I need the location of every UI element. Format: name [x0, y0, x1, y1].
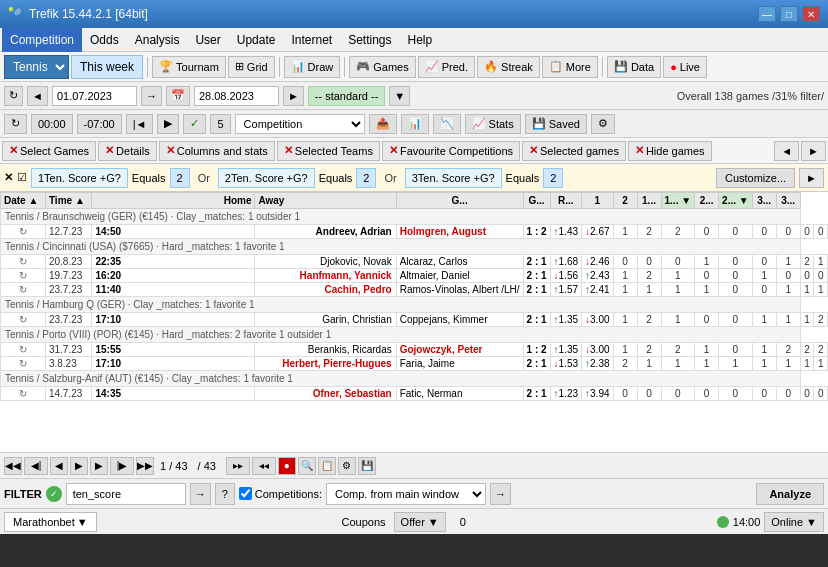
- fav-competitions-btn[interactable]: ✕ Favourite Competitions: [382, 141, 520, 161]
- pred-button[interactable]: 📈 Pred.: [418, 56, 475, 78]
- table-container[interactable]: Date ▲ Time ▲ Home Away G... G... R... 1…: [0, 192, 828, 452]
- equals-chip-3[interactable]: 2: [543, 168, 563, 188]
- export-btn[interactable]: 📤: [369, 114, 397, 134]
- table-row[interactable]: ↻23.7.2317:10Garin, ChristianCoppejans, …: [1, 313, 828, 327]
- num-btn[interactable]: 5: [210, 114, 230, 134]
- nav-play-btn[interactable]: ▶: [70, 457, 88, 475]
- time-input[interactable]: 00:00: [31, 114, 73, 134]
- filter-clear-icon[interactable]: ✕: [4, 171, 13, 184]
- saved-btn[interactable]: 💾 Saved: [525, 114, 587, 134]
- data-button[interactable]: 💾 Data: [607, 56, 661, 78]
- col-3a[interactable]: 3...: [752, 193, 776, 209]
- draw-button[interactable]: 📊 Draw: [284, 56, 341, 78]
- tournament-button[interactable]: 🏆 Tournam: [152, 56, 226, 78]
- extra-btn-5[interactable]: 📋: [318, 457, 336, 475]
- filter-scroll-right[interactable]: ►: [799, 168, 824, 188]
- play-btn[interactable]: ▶: [157, 114, 179, 134]
- live-button[interactable]: ● Live: [663, 56, 707, 78]
- extra-btn-4[interactable]: 🔍: [298, 457, 316, 475]
- equals-chip-2[interactable]: 2: [356, 168, 376, 188]
- chip-1[interactable]: 1Ten. Score +G?: [31, 168, 128, 188]
- stats-btn[interactable]: 📈 Stats: [465, 114, 521, 134]
- analyze-button[interactable]: Analyze: [756, 483, 824, 505]
- col-1b[interactable]: 1... ▼: [661, 193, 695, 209]
- nav-prev10-btn[interactable]: ◀|: [24, 457, 48, 475]
- streak-button[interactable]: 🔥 Streak: [477, 56, 540, 78]
- extra-btn-1[interactable]: ▸▸: [226, 457, 250, 475]
- next-date-button[interactable]: ►: [283, 86, 304, 106]
- table-row[interactable]: ↻20.8.2322:35Djokovic, NovakAlcaraz, Car…: [1, 255, 828, 269]
- close-button[interactable]: ✕: [802, 6, 820, 22]
- nav-first[interactable]: |◄: [126, 114, 154, 134]
- offset-input[interactable]: -07:00: [77, 114, 122, 134]
- settings-btn[interactable]: ⚙: [591, 114, 615, 134]
- col-3b[interactable]: 3...: [776, 193, 800, 209]
- menu-odds[interactable]: Odds: [82, 28, 127, 52]
- menu-internet[interactable]: Internet: [283, 28, 340, 52]
- extra-btn-6[interactable]: ⚙: [338, 457, 356, 475]
- menu-user[interactable]: User: [187, 28, 228, 52]
- col-1a[interactable]: 1...: [637, 193, 661, 209]
- filter-arrow-btn[interactable]: →: [190, 483, 211, 505]
- selected-games-btn[interactable]: ✕ Selected games: [522, 141, 626, 161]
- nav-prev-btn[interactable]: ◀: [50, 457, 68, 475]
- menu-settings[interactable]: Settings: [340, 28, 399, 52]
- filter-check-icon[interactable]: ☑: [17, 171, 27, 184]
- scroll-right-btn[interactable]: ►: [801, 141, 826, 161]
- nav-first-btn[interactable]: ◀◀: [4, 457, 22, 475]
- filter-arrow[interactable]: ▼: [389, 86, 410, 106]
- calendar-icon[interactable]: 📅: [166, 86, 190, 106]
- equals-chip-1[interactable]: 2: [170, 168, 190, 188]
- nav-next10-btn[interactable]: |▶: [110, 457, 134, 475]
- columns-stats-btn[interactable]: ✕ Columns and stats: [159, 141, 275, 161]
- filter-green-btn[interactable]: ✓: [46, 486, 62, 502]
- refresh-btn2[interactable]: ↻: [4, 114, 27, 134]
- table-row[interactable]: ↻3.8.2317:10Herbert, Pierre-HuguesFaria,…: [1, 357, 828, 371]
- col-g1[interactable]: G...: [396, 193, 523, 209]
- customize-button[interactable]: Customize...: [716, 168, 795, 188]
- online-button[interactable]: Online ▼: [764, 512, 824, 532]
- check-btn[interactable]: ✓: [183, 114, 206, 134]
- col-away[interactable]: Away: [255, 193, 396, 209]
- extra-btn-7[interactable]: 💾: [358, 457, 376, 475]
- nav-last-btn[interactable]: ▶▶: [136, 457, 154, 475]
- bookmaker-button[interactable]: Marathonbet ▼: [4, 512, 97, 532]
- select-games-btn[interactable]: ✕ Select Games: [2, 141, 96, 161]
- refresh-button[interactable]: ↻: [4, 86, 23, 106]
- nav-next-btn[interactable]: ▶: [90, 457, 108, 475]
- menu-competition[interactable]: Competition: [2, 28, 82, 52]
- details-btn[interactable]: ✕ Details: [98, 141, 157, 161]
- chip-3[interactable]: 3Ten. Score +G?: [405, 168, 502, 188]
- chart-btn[interactable]: 📊: [401, 114, 429, 134]
- minimize-button[interactable]: —: [758, 6, 776, 22]
- col-time[interactable]: Time ▲: [45, 193, 92, 209]
- comp-filter-arrow[interactable]: →: [490, 483, 511, 505]
- col-1[interactable]: 1: [582, 193, 613, 209]
- table-row[interactable]: ↻14.7.2314:35Ofner, SebastianFatic, Nerm…: [1, 387, 828, 401]
- hide-games-btn[interactable]: ✕ Hide games: [628, 141, 712, 161]
- more-button[interactable]: 📋 More: [542, 56, 598, 78]
- table-row[interactable]: ↻31.7.2315:55Berankis, RicardasGojowczyk…: [1, 343, 828, 357]
- selected-teams-btn[interactable]: ✕ Selected Teams: [277, 141, 380, 161]
- filter-question-btn[interactable]: ?: [215, 483, 235, 505]
- menu-help[interactable]: Help: [400, 28, 441, 52]
- start-date-input[interactable]: [52, 86, 137, 106]
- table-row[interactable]: ↻23.7.2311:40Cachin, PedroRamos-Vinolas,…: [1, 283, 828, 297]
- table-row[interactable]: ↻12.7.2314:50Andreev, AdrianHolmgren, Au…: [1, 225, 828, 239]
- scroll-left-btn[interactable]: ◄: [774, 141, 799, 161]
- extra-btn-2[interactable]: ◂◂: [252, 457, 276, 475]
- grid-button[interactable]: ⊞ Grid: [228, 56, 275, 78]
- maximize-button[interactable]: □: [780, 6, 798, 22]
- col-date[interactable]: Date ▲: [1, 193, 46, 209]
- competitions-checkbox[interactable]: [239, 487, 252, 500]
- col-home[interactable]: Home: [92, 193, 255, 209]
- offer-button[interactable]: Offer ▼: [394, 512, 446, 532]
- end-date-input[interactable]: [194, 86, 279, 106]
- col-2b[interactable]: 2... ▼: [719, 193, 753, 209]
- this-week-button[interactable]: This week: [71, 55, 143, 79]
- filter-input[interactable]: [66, 483, 186, 505]
- table-row[interactable]: ↻19.7.2316:20Hanfmann, YannickAltmaier, …: [1, 269, 828, 283]
- menu-analysis[interactable]: Analysis: [127, 28, 188, 52]
- menu-update[interactable]: Update: [229, 28, 284, 52]
- competition-select[interactable]: Competition: [235, 114, 365, 134]
